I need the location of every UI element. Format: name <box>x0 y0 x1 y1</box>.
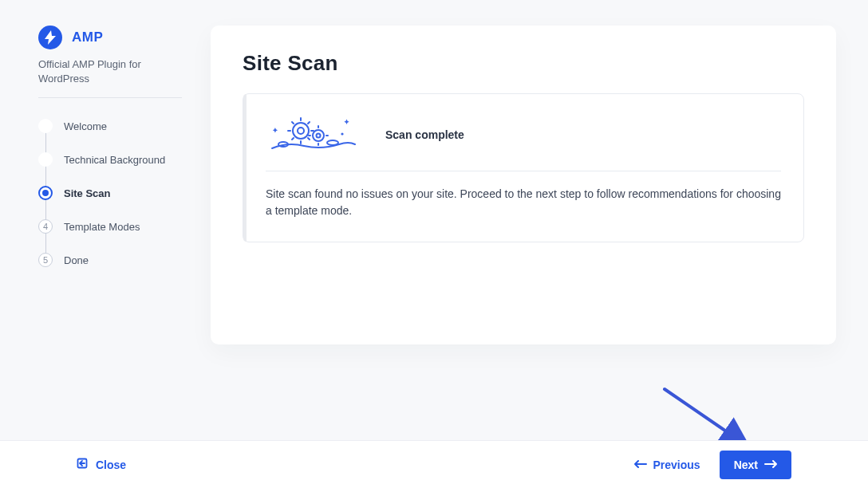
svg-point-0 <box>293 123 309 139</box>
sidebar: AMP Official AMP Plugin for WordPress We… <box>38 26 182 344</box>
previous-button[interactable]: Previous <box>634 458 700 471</box>
next-button[interactable]: Next <box>720 451 791 479</box>
svg-line-7 <box>665 389 748 447</box>
brand-subtitle: Official AMP Plugin for WordPress <box>38 57 182 86</box>
scan-result-message: Site scan found no issues on your site. … <box>266 186 781 219</box>
svg-point-2 <box>313 130 324 141</box>
step-label: Technical Background <box>64 154 165 166</box>
step-welcome[interactable]: Welcome <box>38 109 182 143</box>
svg-point-3 <box>317 134 321 138</box>
scan-illustration-icon <box>266 115 361 155</box>
step-template-modes[interactable]: 4 Template Modes <box>38 210 182 243</box>
arrow-right-icon <box>764 458 777 471</box>
step-label: Site Scan <box>64 187 111 199</box>
close-button[interactable]: Close <box>77 458 126 471</box>
scan-status-title: Scan complete <box>385 128 464 141</box>
step-label: Done <box>64 254 89 266</box>
wizard-footer: Close Previous Next <box>0 440 868 488</box>
panel-divider <box>266 171 781 171</box>
step-label: Template Modes <box>64 221 140 233</box>
close-label: Close <box>96 458 126 471</box>
amp-logo-icon <box>38 26 62 49</box>
step-label: Welcome <box>64 120 107 132</box>
step-done[interactable]: 5 Done <box>38 243 182 277</box>
arrow-left-icon <box>634 458 647 471</box>
main-card: Site Scan <box>211 26 836 344</box>
check-icon <box>38 119 53 133</box>
wizard-steps: Welcome Technical Background Site Scan 4… <box>38 109 182 277</box>
sidebar-divider <box>38 97 182 98</box>
current-step-icon <box>38 186 53 200</box>
svg-point-6 <box>341 132 343 135</box>
page-title: Site Scan <box>243 51 804 76</box>
previous-label: Previous <box>653 458 700 471</box>
pending-step-icon: 5 <box>38 253 53 267</box>
check-icon <box>38 152 53 167</box>
step-technical-background[interactable]: Technical Background <box>38 143 182 176</box>
scan-result-panel: Scan complete Site scan found no issues … <box>243 93 804 242</box>
brand: AMP <box>38 26 182 49</box>
brand-name: AMP <box>72 30 103 45</box>
svg-point-1 <box>298 128 304 134</box>
next-label: Next <box>734 458 758 471</box>
svg-point-5 <box>327 140 338 145</box>
step-site-scan[interactable]: Site Scan <box>38 176 182 210</box>
close-icon <box>77 458 88 471</box>
pending-step-icon: 4 <box>38 219 53 234</box>
